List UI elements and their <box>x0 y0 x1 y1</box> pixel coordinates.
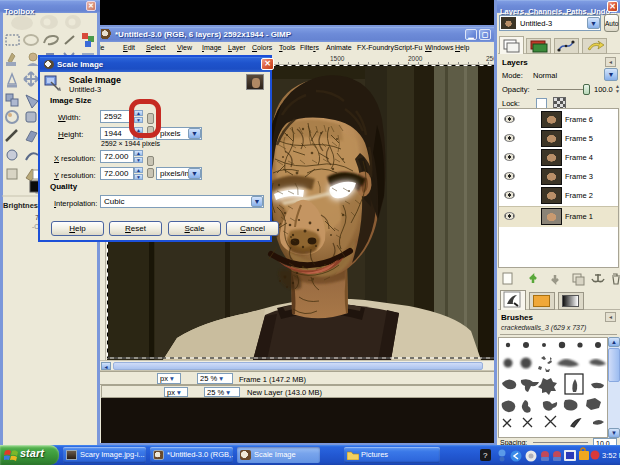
svg-text:3:52 PM: 3:52 PM <box>602 451 620 460</box>
svg-text:?: ? <box>483 451 488 460</box>
